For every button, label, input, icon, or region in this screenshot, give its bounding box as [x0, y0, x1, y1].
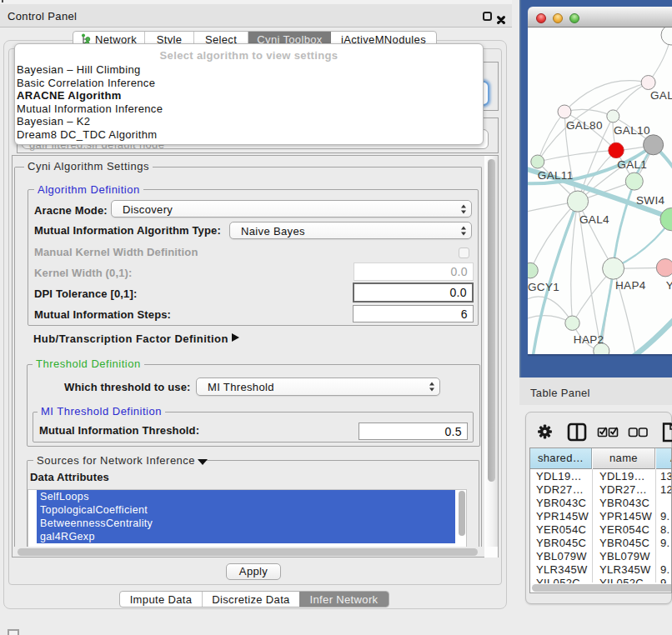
svg-text:HAP4: HAP4: [615, 279, 646, 292]
svg-text:GAL11: GAL11: [538, 169, 574, 182]
svg-text:GAL1: GAL1: [617, 158, 647, 171]
svg-text:SWI4: SWI4: [636, 194, 665, 207]
svg-text:GAL80: GAL80: [566, 119, 603, 132]
svg-text:GAL7: GAL7: [650, 89, 672, 102]
svg-text:HAP2: HAP2: [574, 333, 604, 346]
svg-text:GCY1: GCY1: [528, 281, 559, 293]
svg-text:GAL10: GAL10: [614, 124, 650, 137]
svg-text:GAL4: GAL4: [579, 213, 609, 226]
svg-text:Y: Y: [666, 279, 672, 292]
